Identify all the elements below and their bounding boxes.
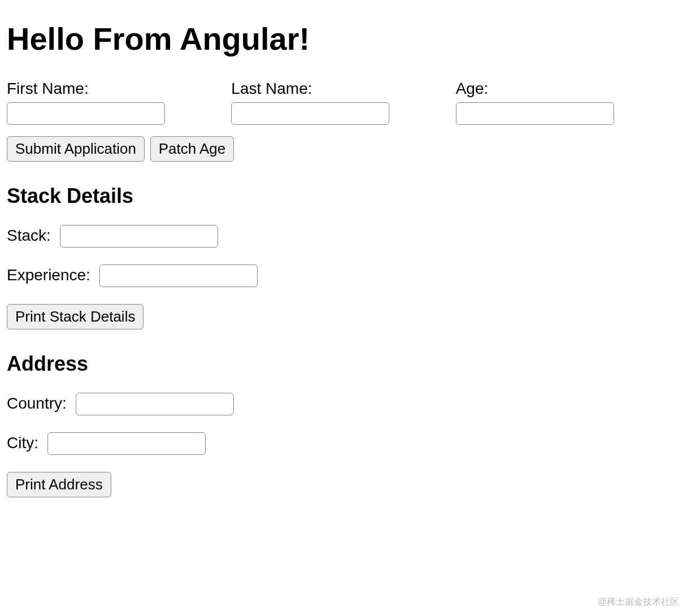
last-name-input[interactable] (231, 102, 389, 125)
last-name-field: Last Name: (231, 80, 455, 125)
first-name-input[interactable] (7, 102, 165, 125)
stack-field: Stack: (7, 225, 680, 248)
print-stack-details-button[interactable]: Print Stack Details (7, 304, 144, 329)
print-address-button[interactable]: Print Address (7, 472, 111, 497)
address-heading: Address (7, 352, 680, 376)
experience-input[interactable] (99, 264, 258, 287)
stack-label: Stack: (7, 227, 51, 244)
experience-label: Experience: (7, 266, 90, 284)
country-field: Country: (7, 393, 680, 415)
city-field: City: (7, 432, 680, 455)
experience-field: Experience: (7, 264, 680, 287)
country-input[interactable] (76, 393, 234, 415)
city-input[interactable] (47, 432, 206, 455)
city-label: City: (7, 434, 38, 452)
patch-age-button[interactable]: Patch Age (150, 136, 234, 162)
country-label: Country: (7, 394, 67, 412)
first-name-field: First Name: (7, 80, 231, 125)
last-name-label: Last Name: (231, 80, 455, 98)
name-age-row: First Name: Last Name: Age: (7, 80, 680, 125)
stack-details-heading: Stack Details (7, 184, 680, 208)
age-label: Age: (456, 80, 680, 98)
submit-application-button[interactable]: Submit Application (7, 136, 145, 162)
age-field: Age: (456, 80, 680, 125)
page-title: Hello From Angular! (7, 20, 680, 57)
main-button-row: Submit Application Patch Age (7, 136, 680, 162)
first-name-label: First Name: (7, 80, 231, 98)
stack-input[interactable] (60, 225, 218, 248)
age-input[interactable] (456, 102, 614, 125)
address-button-row: Print Address (7, 472, 680, 497)
stack-button-row: Print Stack Details (7, 304, 680, 329)
